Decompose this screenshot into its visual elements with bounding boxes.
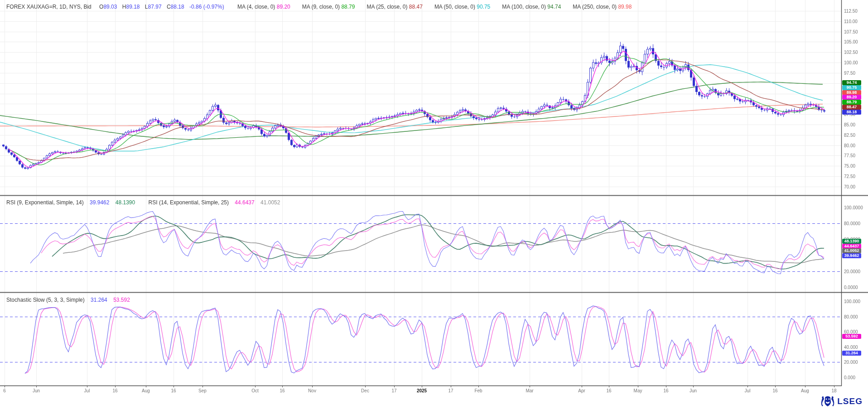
ma-legend-label: MA (9, close, 0) <box>302 4 342 10</box>
time-axis-label: 16 <box>280 388 285 393</box>
price-tag: 88.47 <box>842 105 861 110</box>
time-axis-label: Jun <box>690 388 697 393</box>
instrument-title: FOREX XAUXAG=R, 1D, NYS, Bid <box>6 4 92 10</box>
price-tag: 88.18 <box>842 110 861 115</box>
price-pane-header: FOREX XAUXAG=R, 1D, NYS, Bid O89.03 H89.… <box>6 4 632 10</box>
rsi14-ma-value: 41.0052 <box>260 199 280 206</box>
rsi9-ma-value: 48.1390 <box>116 199 135 206</box>
ma-legend-label: MA (250, close, 0) <box>573 4 618 10</box>
price-axis-label: 72.50 <box>844 174 855 179</box>
rsi9-value: 39.9462 <box>90 199 109 206</box>
ma-legend: MA (4, close, 0) 89.20MA (9, close, 0) 8… <box>226 4 632 10</box>
price-axis-label: 80.00 <box>844 143 855 148</box>
rsi-tag: 39.9462 <box>842 253 861 258</box>
rsi-tag: 48.1390 <box>842 239 861 244</box>
stoch-k-value: 31.264 <box>91 297 107 303</box>
time-axis-label: Dec <box>361 388 369 393</box>
price-axis-label: 75.00 <box>844 164 855 169</box>
ma-legend-value: 88.79 <box>341 4 355 10</box>
stoch-d-value: 53.592 <box>113 297 130 303</box>
ma-legend-label: MA (4, close, 0) <box>237 4 277 10</box>
rsi-tag: 44.6437 <box>842 244 861 249</box>
time-axis-label: 16 <box>663 388 668 393</box>
time-axis-label: Jul <box>84 388 90 393</box>
rsi-axis-label: 80.0000 <box>844 221 860 226</box>
price-tag: 94.74 <box>842 80 861 85</box>
price-axis-label: 85.00 <box>844 122 855 127</box>
ma-legend-value: 88.47 <box>409 4 423 10</box>
time-axis-label: Aug <box>142 388 150 393</box>
time-axis-label: 16 <box>606 388 611 393</box>
stoch-axis-label: 0.000 <box>844 375 855 380</box>
time-axis-label: Aug <box>801 388 809 393</box>
rsi-pane-header: RSI (9, Exponential, Simple, 14) 39.9462… <box>6 199 280 206</box>
time-axis-label: Mar <box>526 388 533 393</box>
time-axis-label: Apr <box>578 388 585 393</box>
price-axis-label: 97.50 <box>844 70 855 75</box>
time-axis-label: Nov <box>308 388 316 393</box>
time-axis-label: 18 <box>831 388 836 393</box>
stoch-axis-label: 80.000 <box>844 314 858 319</box>
price-axis-label: 82.50 <box>844 132 855 137</box>
time-axis-label: Jul <box>745 388 751 393</box>
rsi14-label: RSI (14, Exponential, Simple, 25) <box>149 199 229 206</box>
time-axis-label: 16 <box>772 388 777 393</box>
close-label: C <box>167 4 171 10</box>
rsi9-label: RSI (9, Exponential, Simple, 14) <box>6 199 84 206</box>
price-axis-label: 112.50 <box>844 9 858 14</box>
ma-legend-value: 89.98 <box>618 4 632 10</box>
time-axis-label: Oct <box>251 388 259 393</box>
stoch-tag: 53.592 <box>842 334 861 339</box>
price-axis-label: 77.50 <box>844 153 855 158</box>
price-axis-label: 70.00 <box>844 184 855 189</box>
price-axis-label: 105.00 <box>844 39 858 44</box>
stoch-axis-label: 40.000 <box>844 344 858 349</box>
time-axis-label: 16 <box>171 388 176 393</box>
ma-legend-value: 94.74 <box>547 4 561 10</box>
price-tag: 90.75 <box>842 85 861 90</box>
lseg-crest-icon <box>821 396 834 407</box>
rsi-tag: 41.0052 <box>842 248 861 253</box>
open-value: 89.03 <box>103 4 117 10</box>
ma-legend-label: MA (25, close, 0) <box>366 4 409 10</box>
time-axis-label: Sep <box>198 388 207 393</box>
price-axis-label: 100.00 <box>844 60 858 65</box>
time-axis-label: Jun <box>33 388 40 393</box>
close-value: 88.18 <box>171 4 184 10</box>
price-axis-label: 102.50 <box>844 50 858 55</box>
price-axis-label: 107.50 <box>844 29 858 34</box>
price-axis-label: 110.00 <box>844 19 858 24</box>
rsi-axis-label: 100.0000 <box>844 205 863 210</box>
time-axis-label: 17 <box>391 388 396 393</box>
time-axis-label: Feb <box>474 388 482 393</box>
stoch-tag: 31.264 <box>842 351 861 356</box>
price-tag: 89.98 <box>842 90 861 95</box>
price-tag: 88.79 <box>842 100 861 105</box>
stoch-axis-label: 20.000 <box>844 360 858 365</box>
lseg-logo-text: LSEG <box>837 396 863 406</box>
ma-legend-label: MA (100, close, 0) <box>502 4 547 10</box>
time-axis-label: 6 <box>3 388 6 393</box>
rsi14-value: 44.6437 <box>235 199 254 206</box>
price-tag: 89.20 <box>842 95 861 100</box>
stoch-axis-label: 100.000 <box>844 299 860 304</box>
change-value: -0.86 (-0.97%) <box>189 4 224 10</box>
ma-legend-label: MA (50, close, 0) <box>434 4 477 10</box>
lseg-logo: LSEG <box>821 396 863 407</box>
stoch-pane-header: Stochastic Slow (5, 3, 3, Simple) 31.264… <box>6 297 130 303</box>
high-value: 89.18 <box>126 4 140 10</box>
time-axis-label: 2025 <box>417 388 427 393</box>
stoch-label: Stochastic Slow (5, 3, 3, Simple) <box>6 297 85 303</box>
ma-legend-value: 90.75 <box>477 4 490 10</box>
rsi-axis-label: 0.0000 <box>844 285 858 290</box>
time-axis-label: 17 <box>448 388 453 393</box>
low-value: 87.97 <box>148 4 162 10</box>
low-label: L <box>145 4 148 10</box>
chart-window: { "header": { "symbol": "FOREX XAUXAG=R,… <box>0 0 868 410</box>
rsi-axis-label: 20.0000 <box>844 269 860 274</box>
time-axis-label: May <box>634 388 642 393</box>
ma-legend-value: 89.20 <box>277 4 290 10</box>
time-axis-label: 16 <box>112 388 117 393</box>
